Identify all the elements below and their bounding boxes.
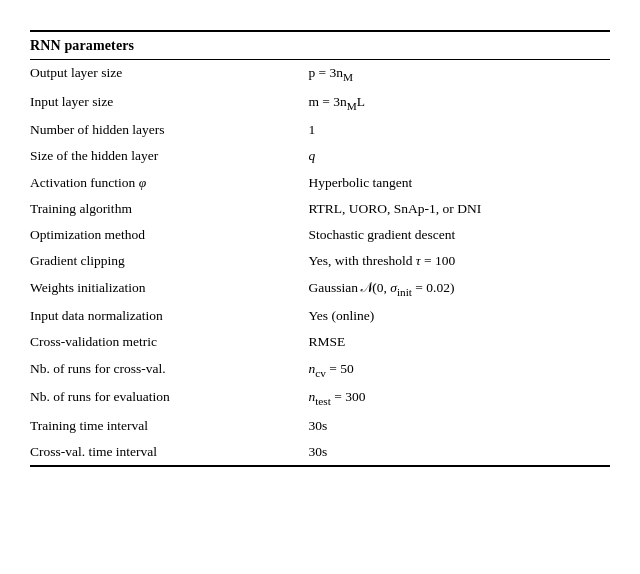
table-row: Gradient clippingYes, with threshold τ =…	[30, 248, 610, 274]
table-row: Optimization methodStochastic gradient d…	[30, 222, 610, 248]
param-value: Stochastic gradient descent	[308, 222, 610, 248]
param-label: Training algorithm	[30, 196, 308, 222]
table-row: Input data normalizationYes (online)	[30, 303, 610, 329]
param-label: Optimization method	[30, 222, 308, 248]
table-row: Weights initializationGaussian 𝒩(0, σini…	[30, 275, 610, 304]
param-label: Training time interval	[30, 413, 308, 439]
table-row: Cross-validation metricRMSE	[30, 329, 610, 355]
param-value: p = 3nM	[308, 60, 610, 89]
param-label: Cross-validation metric	[30, 329, 308, 355]
table-row: Nb. of runs for evaluationntest = 300	[30, 384, 610, 413]
param-value: ncv = 50	[308, 356, 610, 385]
table-row: Input layer sizem = 3nML	[30, 89, 610, 118]
rnn-parameters-table: RNN parameters Output layer sizep = 3nMI…	[30, 30, 610, 467]
param-value: RMSE	[308, 329, 610, 355]
param-value: q	[308, 143, 610, 169]
param-label: Input layer size	[30, 89, 308, 118]
param-label: Output layer size	[30, 60, 308, 89]
param-value: m = 3nML	[308, 89, 610, 118]
param-label: Nb. of runs for evaluation	[30, 384, 308, 413]
table-row: Training time interval30s	[30, 413, 610, 439]
param-value: Hyperbolic tangent	[308, 170, 610, 196]
table-row: Cross-val. time interval30s	[30, 439, 610, 466]
table-row: Activation function φHyperbolic tangent	[30, 170, 610, 196]
param-value: 30s	[308, 413, 610, 439]
param-label: Weights initialization	[30, 275, 308, 304]
table-row: Training algorithmRTRL, UORO, SnAp-1, or…	[30, 196, 610, 222]
param-label: Activation function φ	[30, 170, 308, 196]
param-value: Yes (online)	[308, 303, 610, 329]
param-value: 1	[308, 117, 610, 143]
param-value: ntest = 300	[308, 384, 610, 413]
param-value: 30s	[308, 439, 610, 466]
param-value: Gaussian 𝒩(0, σinit = 0.02)	[308, 275, 610, 304]
param-label: Gradient clipping	[30, 248, 308, 274]
param-label: Cross-val. time interval	[30, 439, 308, 466]
param-label: Number of hidden layers	[30, 117, 308, 143]
table-row: Output layer sizep = 3nM	[30, 60, 610, 89]
param-label: Input data normalization	[30, 303, 308, 329]
table-row: Number of hidden layers1	[30, 117, 610, 143]
table-row: Size of the hidden layerq	[30, 143, 610, 169]
table-row: Nb. of runs for cross-val.ncv = 50	[30, 356, 610, 385]
param-value: Yes, with threshold τ = 100	[308, 248, 610, 274]
param-label: Size of the hidden layer	[30, 143, 308, 169]
table-title: RNN parameters	[30, 30, 610, 60]
param-value: RTRL, UORO, SnAp-1, or DNI	[308, 196, 610, 222]
param-label: Nb. of runs for cross-val.	[30, 356, 308, 385]
